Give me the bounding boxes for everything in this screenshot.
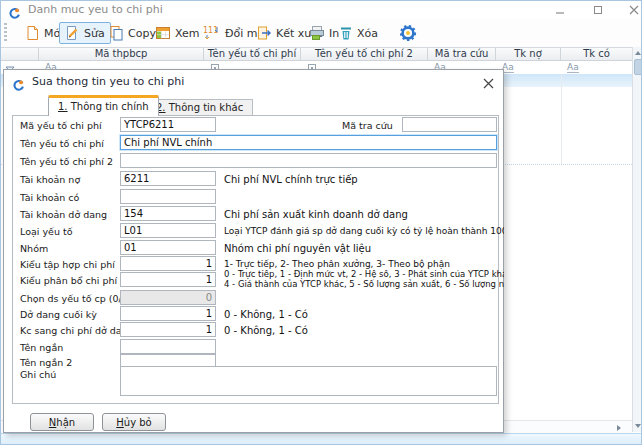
grid-header: Mã thpbcp Tên yếu tố chi phí Tên yếu tố … [1,47,632,61]
tai-khoan-do-dang-input[interactable] [120,206,216,221]
ma-yeu-to-input[interactable] [120,117,216,132]
column-header-tk-no[interactable]: Tk nợ [496,48,561,60]
field-row-tai-khoan-do-dang: Tài khoản dở dang Chi phí sản xuất kinh … [4,206,505,222]
close-icon[interactable] [619,1,642,19]
chon-ds-input [120,290,216,305]
scroll-up-icon[interactable] [635,51,641,55]
dialog-app-icon [12,76,24,88]
field-row-tai-khoan-co: Tài khoản có [4,189,505,205]
view-table-icon [155,25,171,41]
column-divider [561,74,562,164]
tai-khoan-no-input[interactable] [120,171,216,186]
column-header-selector [1,48,39,60]
window-title: Danh muc yeu to chi phi [28,3,163,16]
kieu-phan-bo-input[interactable] [120,272,216,287]
field-row-kc-sang-chi-phi: Kc sang chi phí dở dang 0 - Không, 1 - C… [4,322,505,338]
edit-icon [65,25,80,41]
vertical-scrollbar[interactable] [632,47,642,432]
export-icon [257,25,272,41]
delete-button[interactable]: Xóa [332,22,384,44]
app-icon [8,4,20,16]
gear-icon [399,24,417,42]
field-row-ghi-chu: Ghi chú [4,366,505,398]
ghi-chu-textarea[interactable] [120,366,497,396]
field-row-do-dang-cuoi-ky: Dở dang cuối kỳ 0 - Không, 1 - Có [4,306,505,322]
column-header-ten-yeu-to[interactable]: Tên yếu tố chi phí [204,48,301,60]
tai-khoan-co-input[interactable] [120,189,216,204]
dialog-titlebar: Sua thong tin yeu to chi phi [4,70,503,94]
column-header-ma-tra-cuu[interactable]: Mã tra cứu [428,48,496,60]
field-row-ten-yeu-to: Tên yếu tố chi phí [4,135,505,151]
ten-ngan-input[interactable] [120,339,216,354]
field-row-ten-ngan: Tên ngắn [4,339,505,355]
scroll-down-icon[interactable] [635,424,641,428]
new-icon [25,25,40,41]
cancel-button[interactable]: Hủy bỏ [102,413,166,431]
ten-yeu-to-input[interactable] [120,135,497,150]
toolbar-drag-handle[interactable] [4,23,7,43]
do-dang-cuoi-ky-input[interactable] [120,306,216,321]
kieu-tap-hop-input[interactable] [120,256,216,271]
kc-sang-chi-phi-input[interactable] [120,322,216,337]
scroll-right-icon[interactable] [617,425,621,431]
dialog-tabs: 1. Thông tin chính 2. Thông tin khác [4,94,503,116]
toolbar: Mới Sửa Copy Xem 111 Đổi mã Kết xuất In [1,19,641,47]
trash-icon [338,25,353,41]
field-row-ma-yeu-to: Mã yếu tố chi phí Mã tra cứu [4,117,505,133]
vertical-scrollbar-thumb[interactable] [634,59,642,75]
nhom-input[interactable] [120,240,216,255]
column-header-tk-co[interactable]: Tk có [561,48,632,60]
field-row-chon-ds: Chọn ds yếu tố cp (0/1) [4,290,505,306]
settings-button[interactable] [393,22,423,44]
app-window: Danh muc yeu to chi phi Mới Sửa Copy Xem… [0,0,642,445]
field-row-ten-yeu-to-2: Tên yếu tố chi phí 2 [4,153,505,169]
field-row-kieu-phan-bo: Kiểu phân bổ chi phí 0 - Trực tiếp, 1 - … [4,272,505,288]
tab-thong-tin-chinh[interactable]: 1. Thông tin chính [48,95,159,116]
copy-icon [109,25,124,41]
edit-dialog: Sua thong tin yeu to chi phi 1. Thông ti… [3,69,504,433]
maximize-icon[interactable] [583,1,613,19]
change-code-icon: 111 [203,25,221,41]
text-filter-icon[interactable]: Aa [567,62,579,73]
dialog-close-icon[interactable] [481,76,495,90]
column-header-ma-thpbcp[interactable]: Mã thpbcp [39,48,204,60]
dialog-title: Sua thong tin yeu to chi phi [32,75,184,88]
loai-yeu-to-input[interactable] [120,223,216,238]
field-row-nhom: Nhóm Nhóm chi phí nguyên vật liệu [4,240,505,256]
accept-button[interactable]: Nhận [30,413,94,431]
ten-yeu-to-2-input[interactable] [120,153,497,168]
titlebar: Danh muc yeu to chi phi [1,1,641,19]
print-icon [309,25,325,41]
ma-tra-cuu-input[interactable] [402,117,497,132]
column-header-ten-yeu-to-2[interactable]: Tên yếu tố chi phí 2 [301,48,428,60]
minimize-icon[interactable] [545,1,575,19]
field-row-tai-khoan-no: Tài khoản nợ Chi phí NVL chính trực tiếp [4,171,505,187]
field-row-loai-yeu-to: Loại yếu tố Loại YTCP đánh giá sp dở dan… [4,223,505,239]
window-bottom-border [1,433,642,445]
tab-thong-tin-khac[interactable]: 2. Thông tin khác [146,99,253,116]
